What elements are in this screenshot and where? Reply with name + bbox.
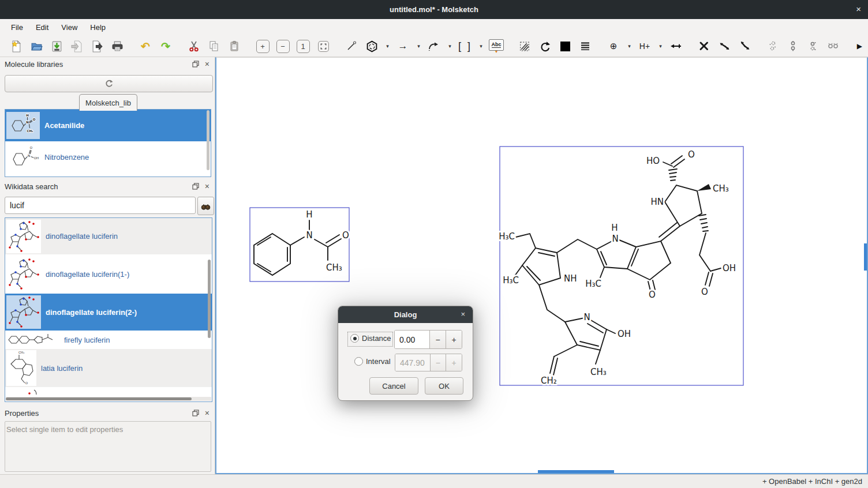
- window-close-icon[interactable]: ×: [856, 4, 861, 14]
- distance-decrement-button[interactable]: −: [429, 331, 446, 348]
- list-item-acetanilide[interactable]: N H O CH₃ Acetanilide: [5, 110, 211, 141]
- molecule-dinoflagellate-luciferin[interactable]: HO O CH₃ HN H N H₃C H₃C NH H₃C O OH O N …: [499, 147, 743, 386]
- draw-bond-icon[interactable]: [343, 39, 360, 54]
- molecule-thumbnail: [6, 257, 41, 291]
- acetanilide-thumbnail: N H O CH₃: [6, 112, 40, 139]
- interval-decrement-button[interactable]: −: [430, 354, 446, 371]
- color-icon[interactable]: [557, 39, 573, 54]
- mechanism-selection-icon[interactable]: [517, 39, 533, 54]
- bracket-tool-icon[interactable]: [ ]: [457, 39, 473, 54]
- interval-spinbox[interactable]: 447.90 − +: [395, 354, 462, 371]
- distance-radio[interactable]: [350, 334, 359, 343]
- cancel-button[interactable]: Cancel: [369, 377, 418, 395]
- library-scrollbar[interactable]: [207, 110, 209, 170]
- line-width-icon[interactable]: [577, 39, 593, 54]
- arrow-tool-2-icon[interactable]: [736, 39, 753, 54]
- result-latia-luciferin[interactable]: CH₃ O latia luciferin: [5, 349, 212, 387]
- import-icon[interactable]: [69, 39, 85, 54]
- undo-icon[interactable]: ↶: [137, 39, 154, 54]
- result-dinoflagellate-luciferin-1[interactable]: dinoflagellate luciferin(1-): [5, 254, 212, 294]
- close-panel-icon[interactable]: ×: [205, 409, 209, 417]
- charge-tool-icon[interactable]: ⊕: [605, 39, 622, 54]
- paste-icon[interactable]: [226, 39, 242, 54]
- curved-arrow-icon[interactable]: [426, 39, 442, 54]
- menu-file[interactable]: File: [5, 21, 29, 34]
- curved-arrow-dropdown-icon[interactable]: ▾: [446, 39, 454, 54]
- menu-edit[interactable]: Edit: [29, 21, 55, 34]
- interval-increment-button[interactable]: +: [446, 354, 462, 371]
- close-panel-icon[interactable]: ×: [205, 182, 209, 190]
- charge-dropdown-icon[interactable]: ▾: [626, 39, 633, 54]
- menubar: File Edit View Help: [0, 19, 868, 36]
- interval-radio[interactable]: [354, 357, 363, 366]
- ok-button[interactable]: OK: [425, 377, 463, 395]
- dialog-close-icon[interactable]: ×: [461, 310, 465, 318]
- drawing-canvas[interactable]: H N O CH₃: [215, 57, 868, 474]
- molecule-thumbnail: [6, 220, 41, 253]
- distance-spinbox[interactable]: 0.00 − +: [394, 330, 462, 349]
- close-panel-icon[interactable]: ×: [205, 60, 209, 68]
- list-item-nitrobenzene[interactable]: N O OH Nitrobenzene: [5, 141, 211, 173]
- dialog-titlebar[interactable]: Dialog ×: [338, 306, 473, 323]
- add-hydrogen-dropdown-icon[interactable]: ▾: [657, 39, 664, 54]
- zoom-fit-icon[interactable]: [315, 39, 331, 54]
- wikidata-search-button[interactable]: [197, 197, 214, 215]
- export-icon[interactable]: [89, 39, 105, 54]
- results-vertical-scrollbar[interactable]: [208, 260, 211, 338]
- redo-icon[interactable]: ↷: [158, 39, 174, 54]
- refresh-library-button[interactable]: [5, 75, 213, 92]
- new-document-icon[interactable]: [8, 39, 24, 54]
- menu-help[interactable]: Help: [84, 21, 112, 34]
- rotate-icon[interactable]: [537, 39, 553, 54]
- text-tool-icon[interactable]: Abc ▾: [488, 39, 504, 54]
- chain-tool-1-icon[interactable]: [765, 39, 781, 54]
- zoom-out-icon[interactable]: −: [275, 39, 291, 54]
- copy-icon[interactable]: [206, 39, 222, 54]
- distance-increment-button[interactable]: +: [446, 331, 462, 348]
- float-panel-icon[interactable]: [192, 410, 199, 416]
- cut-icon[interactable]: [186, 39, 202, 54]
- open-file-icon[interactable]: [28, 39, 44, 54]
- toolbar: ↶ ↷ + − 1 ▾ → ▾ ▾ [ ] ▾: [0, 36, 868, 57]
- bracket-dropdown-icon[interactable]: ▾: [477, 39, 485, 54]
- arrow-tool-1-icon[interactable]: [716, 39, 732, 54]
- molecule-thumbnail: [6, 388, 41, 397]
- chain-tool-3-icon[interactable]: [805, 39, 821, 54]
- canvas-horizontal-scrollbar[interactable]: [538, 470, 614, 473]
- svg-text:HN: HN: [651, 197, 664, 207]
- canvas-vertical-scrollbar[interactable]: [864, 243, 867, 271]
- result-dinoflagellate-luciferin[interactable]: dinoflagellate luciferin: [5, 218, 212, 254]
- toolbar-expand-icon[interactable]: ▶: [857, 42, 862, 50]
- svg-text:H: H: [26, 114, 29, 117]
- wikidata-search-input[interactable]: [5, 197, 196, 214]
- result-partial-item[interactable]: [5, 387, 212, 397]
- svg-text:N: N: [612, 234, 618, 244]
- float-panel-icon[interactable]: [192, 183, 199, 190]
- reaction-arrow-icon[interactable]: →: [395, 39, 411, 54]
- float-panel-icon[interactable]: [192, 61, 199, 67]
- chain-tool-2-icon[interactable]: [785, 39, 801, 54]
- titlebar[interactable]: untitled.mol* - Molsketch ×: [0, 0, 868, 19]
- distance-value[interactable]: 0.00: [395, 331, 429, 348]
- menu-view[interactable]: View: [55, 21, 84, 34]
- zoom-original-icon[interactable]: 1: [295, 39, 311, 54]
- zoom-in-icon[interactable]: +: [255, 39, 271, 54]
- result-dinoflagellate-luciferin-2[interactable]: dinoflagellate luciferin(2-): [5, 294, 212, 331]
- chain-tool-4-icon[interactable]: [825, 39, 841, 54]
- add-hydrogen-icon[interactable]: H+: [637, 39, 653, 54]
- arrow-dropdown-icon[interactable]: ▾: [415, 39, 422, 54]
- remove-hydrogen-icon[interactable]: [668, 39, 684, 54]
- molecule-acetanilide[interactable]: H N O CH₃: [250, 208, 349, 281]
- results-horizontal-scrollbar[interactable]: [6, 397, 192, 400]
- save-icon[interactable]: [48, 39, 65, 54]
- svg-text:O: O: [30, 146, 33, 149]
- molecule-library-list: N H O CH₃ Acetanilide N O OH Nitrobenze: [5, 109, 211, 177]
- print-icon[interactable]: [109, 39, 125, 54]
- tab-molsketch-lib[interactable]: Molsketch_lib: [79, 94, 137, 111]
- ring-dropdown-icon[interactable]: ▾: [384, 39, 391, 54]
- delete-icon[interactable]: [696, 39, 712, 54]
- refresh-icon: [104, 79, 114, 88]
- ring-tool-icon[interactable]: [364, 39, 380, 54]
- svg-text:NH: NH: [564, 273, 577, 284]
- result-firefly-luciferin[interactable]: firefly luciferin: [5, 331, 212, 349]
